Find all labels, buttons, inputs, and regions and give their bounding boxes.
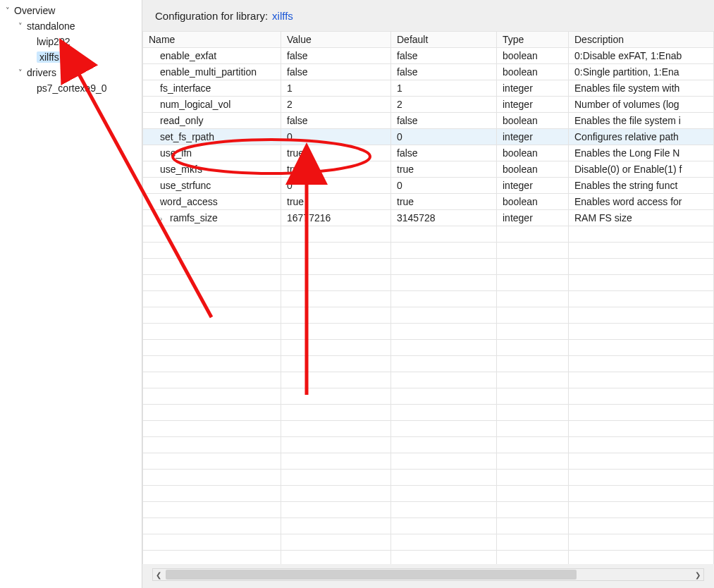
table-row [143, 324, 714, 340]
empty-cell [569, 405, 714, 421]
tree-node-label: Overview [14, 5, 55, 16]
empty-cell [569, 388, 714, 405]
cell-name[interactable]: use_lfn [143, 145, 281, 161]
chevron-down-icon[interactable]: ˅ [16, 68, 25, 78]
column-header-name[interactable]: Name [143, 32, 281, 48]
column-header-default[interactable]: Default [391, 32, 497, 48]
chevron-down-icon[interactable]: ˅ [3, 6, 13, 16]
table-row[interactable]: use_lfntruefalsebooleanEnables the Long … [143, 145, 714, 161]
chevron-down-icon[interactable]: ˅ [16, 22, 25, 31]
empty-cell [281, 356, 391, 372]
cell-desc: Configures relative path [569, 129, 714, 145]
tree-node-overview[interactable]: ˅Overview [0, 3, 142, 18]
empty-cell [391, 307, 497, 324]
table-row [143, 405, 714, 421]
empty-cell [281, 486, 391, 502]
empty-cell [143, 551, 281, 565]
chevron-right-icon[interactable]: › [160, 215, 168, 223]
empty-cell [281, 324, 391, 340]
table-row[interactable]: enable_multi_partitionfalsefalseboolean0… [143, 64, 714, 80]
empty-cell [143, 486, 281, 502]
cell-name-text: set_fs_rpath [160, 131, 214, 142]
cell-value[interactable]: true [281, 145, 391, 161]
cell-name[interactable]: read_only [143, 113, 281, 129]
table-row[interactable]: use_strfunc00integerEnables the string f… [143, 178, 714, 194]
cell-value[interactable]: true [281, 161, 391, 178]
cell-value[interactable]: 16777216 [281, 210, 391, 226]
table-row [143, 502, 714, 518]
empty-cell [569, 275, 714, 291]
table-row[interactable]: use_mkfstruetruebooleanDisable(0) or Ena… [143, 161, 714, 178]
empty-cell [143, 356, 281, 372]
cell-name[interactable]: word_access [143, 194, 281, 210]
cell-name[interactable]: enable_multi_partition [143, 64, 281, 80]
cell-name[interactable]: use_mkfs [143, 161, 281, 178]
column-header-description[interactable]: Description [569, 32, 714, 48]
empty-cell [569, 518, 714, 534]
cell-desc: Enables the file system i [569, 113, 714, 129]
tree-node-standalone[interactable]: ˅standalone [0, 18, 142, 34]
tree-node-ps7-cortexa9-0[interactable]: ps7_cortexa9_0 [0, 80, 142, 96]
table-row[interactable]: read_onlyfalsefalsebooleanEnables the fi… [143, 113, 714, 129]
table-row[interactable]: word_accesstruetruebooleanEnables word a… [143, 194, 714, 210]
table-row[interactable]: ›ramfs_size167772163145728integerRAM FS … [143, 210, 714, 226]
cell-default: 3145728 [391, 210, 497, 226]
cell-value[interactable]: 0 [281, 178, 391, 194]
empty-cell [143, 437, 281, 453]
tree-node-lwip202[interactable]: lwip202 [0, 34, 142, 49]
config-table: NameValueDefaultTypeDescription enable_e… [142, 31, 714, 564]
table-row[interactable]: enable_exfatfalsefalseboolean0:Disable e… [143, 48, 714, 64]
empty-cell [281, 372, 391, 388]
cell-type: integer [497, 80, 569, 97]
empty-cell [281, 453, 391, 470]
horizontal-scrollbar[interactable]: ❮ ❯ [152, 568, 704, 581]
tree-node-drivers[interactable]: ˅drivers [0, 65, 142, 80]
tree-node-xilffs[interactable]: xilffs [0, 49, 142, 65]
empty-cell [497, 551, 569, 565]
empty-cell [281, 243, 391, 259]
cell-name[interactable]: ›ramfs_size [143, 210, 281, 226]
empty-cell [391, 259, 497, 275]
table-row [143, 307, 714, 324]
cell-default: false [391, 113, 497, 129]
scrollbar-thumb[interactable] [166, 570, 577, 580]
column-header-value[interactable]: Value [281, 32, 391, 48]
empty-cell [497, 340, 569, 356]
table-row[interactable]: fs_interface11integerEnables file system… [143, 80, 714, 97]
cell-value[interactable]: 1 [281, 80, 391, 97]
cell-name[interactable]: fs_interface [143, 80, 281, 97]
cell-name[interactable]: set_fs_rpath [143, 129, 281, 145]
empty-cell [497, 534, 569, 551]
empty-cell [281, 226, 391, 243]
config-header: Configuration for library: xilffs [142, 0, 714, 31]
scroll-right-icon[interactable]: ❯ [692, 569, 703, 580]
empty-cell [143, 502, 281, 518]
table-row[interactable]: num_logical_vol22integerNumber of volume… [143, 97, 714, 113]
cell-name[interactable]: enable_exfat [143, 48, 281, 64]
cell-value[interactable]: false [281, 48, 391, 64]
cell-name[interactable]: num_logical_vol [143, 97, 281, 113]
column-header-type[interactable]: Type [497, 32, 569, 48]
cell-value[interactable]: false [281, 64, 391, 80]
empty-cell [391, 324, 497, 340]
empty-cell [143, 421, 281, 437]
empty-cell [497, 502, 569, 518]
cell-value[interactable]: false [281, 113, 391, 129]
scroll-left-icon[interactable]: ❮ [153, 569, 164, 580]
empty-cell [391, 551, 497, 565]
empty-cell [497, 470, 569, 486]
cell-value[interactable]: 0 [281, 129, 391, 145]
cell-desc: 0:Disable exFAT, 1:Enab [569, 48, 714, 64]
cell-name[interactable]: use_strfunc [143, 178, 281, 194]
cell-type: boolean [497, 145, 569, 161]
table-row [143, 551, 714, 565]
cell-default: 1 [391, 80, 497, 97]
cell-value[interactable]: true [281, 194, 391, 210]
cell-value[interactable]: 2 [281, 97, 391, 113]
table-row[interactable]: set_fs_rpath00integerConfigures relative… [143, 129, 714, 145]
empty-cell [497, 453, 569, 470]
empty-cell [497, 259, 569, 275]
empty-cell [281, 275, 391, 291]
empty-cell [497, 421, 569, 437]
empty-cell [281, 534, 391, 551]
